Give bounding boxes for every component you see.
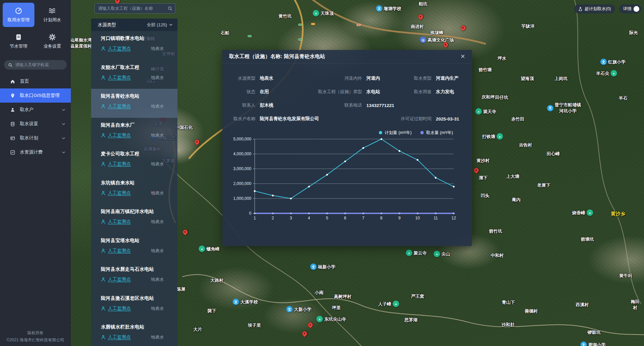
monitor-type: 人工监测点 — [108, 75, 131, 81]
map-place-name: 凹头 — [481, 193, 489, 199]
map-poi-icon — [475, 108, 482, 115]
station-list-item[interactable]: 陆河县激石溪老区水电站 人工监测点 地表水 — [91, 291, 177, 320]
map-poi-icon — [233, 299, 239, 305]
station-list-item[interactable]: 东坑镇自来水站 人工监测点 地表水 — [91, 176, 177, 205]
search-icon[interactable] — [168, 6, 172, 11]
person-icon — [101, 306, 106, 311]
nav-item-label: 取水设置 — [20, 121, 38, 127]
map-place-name: 善德村 — [525, 308, 538, 314]
user-icon — [10, 107, 15, 112]
field-value: 水电站 — [366, 89, 380, 95]
app-tile[interactable]: 取用水管理 — [3, 3, 34, 27]
map-place-label: 尖山 — [434, 251, 450, 257]
map-poi-icon — [600, 59, 607, 65]
map-place-name: 周湖小学 — [588, 342, 606, 346]
sidebar: 取用水管理 计划用水 节水管理 业务设置 首页 取水口GIS信息管理 — [0, 0, 71, 346]
sidebar-nav-item[interactable]: 首页 — [0, 74, 71, 88]
map-place-name: 石船 — [221, 30, 229, 36]
map-place-label: 箭竹塘 — [479, 67, 492, 73]
map-place-label: 高树坪村 — [334, 294, 352, 300]
map-poi-icon — [316, 316, 323, 322]
toggle-knob[interactable] — [634, 6, 639, 12]
station-list-item[interactable]: 陆河县青砼水电站 人工监测点 地表水 — [91, 89, 177, 118]
map-place-name: 羊石尖 — [596, 70, 609, 76]
legend-item: 计划量 (m³/年) — [379, 130, 412, 136]
station-name: 东坑镇自来水站 — [101, 180, 173, 186]
map-place-label: 黄沙乡 — [611, 211, 625, 217]
sidebar-nav-item[interactable]: 取水计划 — [0, 131, 71, 145]
station-list-item[interactable]: 麦卡公司取水工程 人工监测点 地表水 — [91, 147, 177, 176]
person-icon — [101, 75, 106, 80]
monitor-type: 人工监测点 — [108, 248, 131, 254]
close-icon[interactable]: ✕ — [460, 54, 465, 59]
app-tile-label: 业务设置 — [44, 43, 61, 49]
detail-toggle[interactable]: 详情 — [619, 4, 641, 14]
station-name: 陆河县自来水厂 — [101, 122, 173, 128]
over-plan-label: 超计划取水(0) — [585, 6, 611, 12]
chevron-down-icon — [62, 136, 65, 140]
map-place-name: 庵内 — [512, 197, 521, 203]
station-name: 陆河县青砼水电站 — [101, 93, 173, 99]
map-place-label: 青山下 — [502, 299, 515, 305]
svg-text:1,000,000: 1,000,000 — [233, 196, 252, 201]
sidebar-nav-item[interactable]: 取水口GIS信息管理 — [0, 88, 71, 103]
station-list-item[interactable]: 陆河县水唇走马石水电站 人工监测点 地表水 — [91, 262, 177, 291]
station-list-item[interactable]: 友能水厂取水工程 人工监测点 地表水 — [91, 60, 177, 89]
svg-text:2: 2 — [272, 216, 274, 220]
map-place-name: 梅田村 — [631, 299, 640, 311]
field-value: 水力发电 — [436, 89, 454, 95]
over-plan-button[interactable]: 超计划取水(0) — [574, 4, 615, 14]
nav-item-label: 取水口GIS信息管理 — [20, 92, 60, 99]
station-fields: 水源类型地表水 河道内外河道内 取水类型河道内生产 状态在用 取水工程（设施）类… — [222, 63, 472, 126]
map-place-label: 螺角嶂 — [199, 246, 220, 252]
sidebar-search[interactable] — [4, 60, 67, 70]
station-search[interactable] — [94, 3, 175, 14]
field-label: 联系电话 — [311, 102, 362, 108]
map-poi-icon — [420, 37, 426, 43]
app-tile[interactable]: 节水管理 — [3, 29, 34, 53]
map-place-label: 红旗小学 — [600, 59, 626, 65]
station-list-item[interactable]: 陆河县南万镇杞洋水电站 人工监测点 地表水 — [91, 204, 177, 233]
legend-dot-icon — [420, 131, 424, 134]
gauge-icon — [15, 7, 22, 15]
map-poi-icon — [393, 301, 399, 307]
map-place-name: 上岗坑 — [555, 76, 568, 82]
station-list-item[interactable]: 河口镇唱歌潭水电站 人工监测点 地表水 — [91, 31, 177, 60]
map-place-name: 人子嶂 — [378, 301, 391, 307]
sidebar-nav: 首页 取水口GIS信息管理 取水户 取水设置 取水计划 — [0, 74, 71, 159]
sidebar-nav-item[interactable]: 取水设置 — [0, 117, 71, 131]
map-place-name: 大溪学校 — [241, 299, 258, 305]
field-label: 取水类型 — [398, 75, 431, 81]
station-search-input[interactable] — [98, 6, 168, 11]
app-tile[interactable]: 业务设置 — [36, 29, 68, 53]
sidebar-nav-item[interactable]: 水资源计费 — [0, 145, 71, 159]
sidebar-search-input[interactable] — [15, 62, 63, 67]
bill-icon — [10, 150, 15, 155]
road-badge — [311, 23, 315, 25]
map-place-label: 庆和坪 — [482, 94, 495, 100]
person-icon — [101, 335, 106, 340]
chevron-down-icon — [169, 23, 173, 27]
map-place-label: 吉告村 — [519, 142, 532, 148]
svg-text:4,000,000: 4,000,000 — [233, 152, 252, 156]
station-list-item[interactable]: 陆河县宝塔水电站 人工监测点 地表水 — [91, 233, 177, 262]
app-tile[interactable]: 计划用水 — [36, 3, 68, 27]
filter-dropdown[interactable]: 全部 (125) — [147, 22, 173, 28]
plan-vs-intake-chart: 01,000,0002,000,0003,000,0004,000,0005,0… — [222, 136, 472, 223]
station-list-item[interactable]: 水唇镇水栏肚水电站 人工监测点 地表水 — [91, 320, 177, 346]
map-place-label: 天珠顶 — [313, 10, 334, 17]
person-icon — [101, 46, 106, 51]
map-place-name: 坪里 — [332, 305, 341, 311]
map-place-label: 溜下 — [479, 175, 487, 181]
svg-text:6: 6 — [344, 216, 346, 220]
svg-text:5,000,000: 5,000,000 — [233, 137, 252, 141]
field-value: 13432771221 — [366, 103, 394, 108]
road-badge — [248, 35, 252, 37]
map-place-label: 善德村 — [525, 308, 538, 314]
monitor-type: 人工监测点 — [108, 46, 131, 52]
sidebar-nav-item[interactable]: 取水户 — [0, 103, 71, 117]
water-source-type: 地表水 — [151, 75, 164, 81]
map-place-label: 大溪学校 — [233, 299, 258, 305]
station-list-item[interactable]: 陆河县自来水厂 人工监测点 地表水 — [91, 118, 177, 147]
field-label: 状态 — [230, 89, 255, 95]
